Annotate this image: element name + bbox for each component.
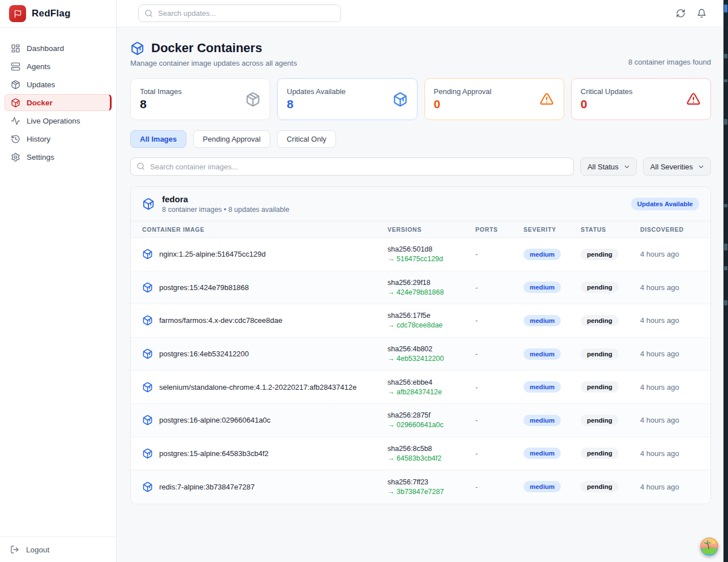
page-header: Docker Containers Manage container image… bbox=[130, 41, 711, 67]
page-subtitle: Manage container image updates across al… bbox=[130, 59, 297, 67]
table-row[interactable]: farmos/farmos:4.x-dev:cdc78cee8dae sha25… bbox=[131, 304, 710, 338]
filter-pending-approval[interactable]: Pending Approval bbox=[193, 130, 270, 148]
status-badge: pending bbox=[581, 282, 619, 293]
table-row[interactable]: selenium/standalone-chrome:4.1.2-2022021… bbox=[131, 371, 710, 404]
updates-available-badge: Updates Available bbox=[631, 198, 699, 210]
sidebar: RedFlag Dashboard Agents Updates Docker … bbox=[0, 0, 117, 562]
ports-value: - bbox=[475, 283, 523, 292]
chevron-down-icon bbox=[623, 163, 631, 171]
sidebar-item-label: Live Operations bbox=[27, 117, 80, 125]
version-current: sha256:17f5e bbox=[388, 312, 475, 320]
status-badge: pending bbox=[581, 481, 619, 492]
topbar bbox=[117, 0, 723, 27]
stat-value: 0 bbox=[434, 97, 492, 111]
filter-critical-only[interactable]: Critical Only bbox=[277, 130, 336, 148]
ports-value: - bbox=[475, 316, 523, 325]
discovered-value: 4 hours ago bbox=[640, 250, 699, 258]
sidebar-item-docker[interactable]: Docker bbox=[5, 94, 112, 111]
container-image-name: postgres:16-alpine:029660641a0c bbox=[159, 416, 271, 424]
version-new: → 64583b3cb4f2 bbox=[388, 454, 475, 462]
global-search bbox=[138, 5, 341, 22]
status-badge: pending bbox=[581, 315, 619, 326]
island-extension-button[interactable] bbox=[700, 537, 719, 556]
refresh-icon[interactable] bbox=[676, 8, 686, 18]
history-icon bbox=[11, 134, 20, 144]
version-current: sha256:7ff23 bbox=[388, 478, 475, 486]
group-meta: 8 container images • 8 updates available bbox=[162, 206, 290, 214]
status-badge: pending bbox=[581, 249, 619, 260]
sidebar-item-dashboard[interactable]: Dashboard bbox=[5, 40, 112, 57]
column-header: PORTS bbox=[475, 226, 523, 233]
column-header: SEVERITY bbox=[523, 226, 581, 233]
docker-box-icon bbox=[11, 98, 20, 108]
version-new: → 4eb532412200 bbox=[388, 355, 475, 363]
logout-button[interactable]: Logout bbox=[10, 545, 106, 554]
version-new: → 516475cc129d bbox=[388, 255, 475, 263]
stat-card-total-images: Total Images 8 bbox=[130, 78, 270, 120]
discovered-value: 4 hours ago bbox=[640, 416, 699, 424]
filter-tabs: All Images Pending Approval Critical Onl… bbox=[130, 130, 711, 148]
image-search-input[interactable] bbox=[130, 157, 574, 176]
search-icon bbox=[144, 9, 153, 18]
dashboard-icon bbox=[11, 44, 20, 53]
stat-value: 8 bbox=[287, 97, 346, 111]
severity-filter-select[interactable]: All Severities bbox=[643, 157, 711, 176]
filter-all-images[interactable]: All Images bbox=[130, 130, 186, 148]
version-current: sha256:29f18 bbox=[388, 279, 475, 287]
discovered-value: 4 hours ago bbox=[640, 316, 699, 325]
sidebar-item-label: Updates bbox=[27, 80, 55, 89]
status-badge: pending bbox=[581, 348, 619, 360]
discovered-value: 4 hours ago bbox=[640, 383, 699, 391]
severity-badge: medium bbox=[523, 448, 561, 459]
flag-icon bbox=[9, 5, 26, 22]
ports-value: - bbox=[475, 449, 523, 458]
bell-icon[interactable] bbox=[697, 8, 706, 18]
ports-value: - bbox=[475, 383, 523, 391]
version-new: → 424e79b81868 bbox=[388, 288, 475, 296]
sidebar-item-label: History bbox=[27, 135, 50, 143]
version-current: sha256:ebbe4 bbox=[388, 378, 475, 386]
version-current: sha256:4b802 bbox=[388, 345, 475, 353]
page-scrollbar[interactable] bbox=[723, 0, 728, 562]
status-filter-select[interactable]: All Status bbox=[580, 157, 637, 176]
version-new: → cdc78cee8dae bbox=[388, 321, 475, 329]
group-name: fedora bbox=[162, 194, 290, 204]
container-image-name: farmos/farmos:4.x-dev:cdc78cee8dae bbox=[159, 316, 283, 325]
table-row[interactable]: redis:7-alpine:3b73847e7287 sha256:7ff23… bbox=[131, 470, 710, 504]
status-badge: pending bbox=[581, 381, 619, 393]
stat-cards: Total Images 8 Updates Available 8 Pendi… bbox=[130, 78, 711, 120]
stat-label: Total Images bbox=[140, 87, 182, 96]
activity-icon bbox=[11, 116, 20, 126]
version-new: → afb28437412e bbox=[388, 388, 475, 396]
container-icon bbox=[142, 482, 153, 492]
column-header: STATUS bbox=[581, 226, 640, 233]
stat-value: 0 bbox=[581, 97, 633, 111]
sidebar-item-live-operations[interactable]: Live Operations bbox=[5, 112, 112, 129]
table-row[interactable]: postgres:15-alpine:64583b3cb4f2 sha256:8… bbox=[131, 437, 710, 471]
sidebar-item-settings[interactable]: Settings bbox=[5, 148, 112, 165]
sidebar-item-label: Docker bbox=[27, 99, 53, 107]
severity-badge: medium bbox=[523, 282, 561, 293]
table-row[interactable]: postgres:16:4eb532412200 sha256:4b802→ 4… bbox=[131, 338, 710, 371]
sidebar-nav: Dashboard Agents Updates Docker Live Ope… bbox=[0, 28, 116, 537]
discovered-value: 4 hours ago bbox=[640, 283, 699, 292]
sidebar-item-agents[interactable]: Agents bbox=[5, 58, 112, 75]
global-search-input[interactable] bbox=[138, 5, 341, 22]
sidebar-item-history[interactable]: History bbox=[5, 130, 112, 147]
table-row[interactable]: postgres:15:424e79b81868 sha256:29f18→ 4… bbox=[131, 271, 710, 305]
version-current: sha256:2875f bbox=[388, 411, 475, 419]
docker-box-icon bbox=[130, 41, 144, 56]
warning-triangle-icon bbox=[686, 92, 701, 107]
island-icon bbox=[700, 537, 719, 556]
table-row[interactable]: nginx:1.25-alpine:516475cc129d sha256:50… bbox=[131, 238, 710, 271]
stat-card-critical-updates: Critical Updates 0 bbox=[571, 78, 711, 120]
group-header: fedora 8 container images • 8 updates av… bbox=[131, 187, 710, 221]
image-search bbox=[130, 157, 574, 176]
page-title: Docker Containers bbox=[151, 41, 262, 56]
sidebar-item-label: Agents bbox=[27, 62, 50, 71]
discovered-value: 4 hours ago bbox=[640, 350, 699, 358]
sidebar-item-updates[interactable]: Updates bbox=[5, 76, 112, 93]
table-row[interactable]: postgres:16-alpine:029660641a0c sha256:2… bbox=[131, 404, 710, 437]
table-controls: All Status All Severities bbox=[130, 157, 711, 176]
severity-badge: medium bbox=[523, 315, 561, 326]
